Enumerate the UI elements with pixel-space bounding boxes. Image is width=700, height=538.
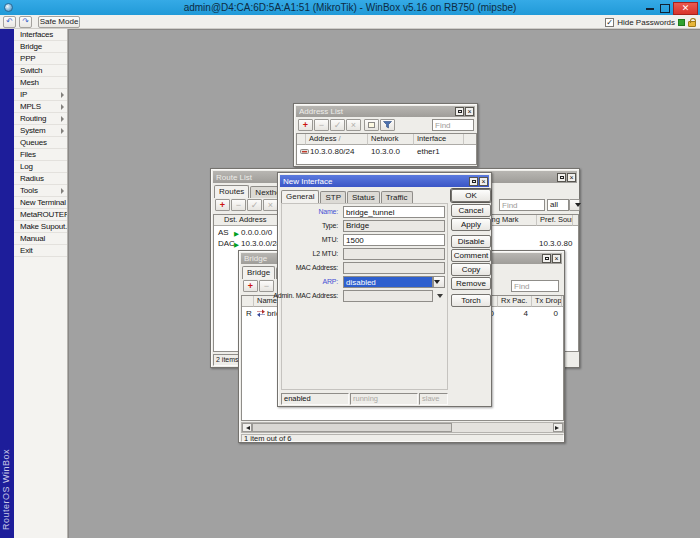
maximize-icon[interactable]: [455, 107, 464, 116]
maximize-icon[interactable]: [469, 177, 478, 186]
close-icon[interactable]: ✕: [673, 2, 698, 15]
sidebar-item-queues[interactable]: Queues: [14, 137, 67, 149]
comment-button[interactable]: [364, 119, 379, 131]
dialog-titlebar[interactable]: New Interface ×: [280, 175, 489, 187]
address-list-titlebar[interactable]: Address List ×: [296, 106, 475, 117]
sidebar-item-ip[interactable]: IP: [14, 89, 67, 101]
pref-source-column-header[interactable]: Pref. Source: [537, 215, 573, 226]
enable-button[interactable]: ✓: [247, 199, 262, 211]
network-cell: 10.3.0.0: [371, 147, 400, 157]
disable-button[interactable]: ×: [346, 119, 361, 131]
disable-button[interactable]: Disable: [451, 235, 491, 248]
horizontal-scrollbar[interactable]: [241, 422, 564, 433]
tab-bridge[interactable]: Bridge: [242, 266, 275, 279]
comment-button[interactable]: Comment: [451, 249, 491, 262]
maximize-icon[interactable]: [657, 1, 671, 14]
scroll-right-icon[interactable]: [553, 423, 563, 432]
disable-button[interactable]: ×: [263, 199, 278, 211]
close-icon[interactable]: ×: [552, 254, 561, 263]
flags-column-header[interactable]: [297, 134, 306, 145]
column-filter-button[interactable]: [464, 134, 476, 145]
arp-dropdown[interactable]: disabled: [343, 276, 433, 288]
mtu-field[interactable]: [343, 234, 445, 246]
sidebar-item-ppp[interactable]: PPP: [14, 53, 67, 65]
dropdown-combo-icon[interactable]: [569, 199, 580, 211]
find-scope-select[interactable]: all: [547, 199, 569, 211]
torch-button[interactable]: Torch: [451, 294, 491, 307]
ok-button[interactable]: OK: [451, 189, 491, 202]
tab-routes[interactable]: Routes: [214, 185, 249, 198]
safe-mode-button[interactable]: Safe Mode: [38, 16, 80, 28]
column-filter-button[interactable]: [573, 215, 579, 226]
tx-drops-column-header[interactable]: Tx Drops: [532, 296, 562, 307]
filter-icon[interactable]: [380, 119, 395, 131]
sidebar-item-make-supout[interactable]: Make Supout.rif: [14, 221, 67, 233]
maximize-icon[interactable]: [542, 254, 551, 263]
network-column-header[interactable]: Network: [368, 134, 414, 145]
sidebar-item-files[interactable]: Files: [14, 149, 67, 161]
tab-traffic[interactable]: Traffic: [381, 191, 413, 203]
address-list-title: Address List: [299, 106, 454, 117]
cancel-button[interactable]: Cancel: [451, 204, 491, 217]
interface-cell: ether1: [417, 147, 440, 157]
column-filter-button[interactable]: [562, 296, 564, 307]
main-toolbar: ↶ ↷ Safe Mode ✓ Hide Passwords: [0, 15, 700, 29]
dialog-title: New Interface: [283, 176, 468, 187]
undo-icon[interactable]: ↶: [3, 16, 16, 28]
find-input[interactable]: [499, 199, 545, 211]
scroll-left-icon[interactable]: [242, 423, 252, 432]
tab-general[interactable]: General: [281, 190, 319, 203]
main-titlebar[interactable]: admin@D4:CA:6D:5A:A1:51 (MikroTik) - Win…: [0, 0, 700, 15]
add-button[interactable]: +: [298, 119, 313, 131]
find-input[interactable]: [511, 280, 559, 292]
flags-column-header[interactable]: [242, 296, 254, 307]
close-icon[interactable]: ×: [465, 107, 474, 116]
dropdown-combo-icon[interactable]: [433, 276, 445, 288]
sidebar-item-manual[interactable]: Manual: [14, 233, 67, 245]
sidebar-item-radius[interactable]: Radius: [14, 173, 67, 185]
maximize-icon[interactable]: [557, 173, 566, 182]
close-icon[interactable]: ×: [479, 177, 488, 186]
name-field[interactable]: [343, 206, 445, 218]
rx-pac-column-header[interactable]: Rx Pac.: [498, 296, 532, 307]
sidebar-item-new-terminal[interactable]: New Terminal: [14, 197, 67, 209]
sidebar-item-interfaces[interactable]: Interfaces: [14, 29, 67, 41]
minimize-icon[interactable]: [643, 1, 657, 14]
apply-button[interactable]: Apply: [451, 218, 491, 231]
close-icon[interactable]: ×: [567, 173, 576, 182]
add-button[interactable]: +: [215, 199, 230, 211]
copy-button[interactable]: Copy: [451, 263, 491, 276]
remove-button[interactable]: −: [314, 119, 329, 131]
address-column-header[interactable]: Address /: [306, 134, 368, 145]
route-flags: DAC: [218, 239, 235, 249]
sidebar-item-exit[interactable]: Exit: [14, 245, 67, 257]
redo-icon[interactable]: ↷: [19, 16, 32, 28]
route-flag-icon: ▶: [234, 229, 239, 239]
sidebar-item-metarouter[interactable]: MetaROUTER: [14, 209, 67, 221]
sidebar-item-log[interactable]: Log: [14, 161, 67, 173]
hide-passwords-checkbox[interactable]: ✓: [605, 18, 614, 27]
remove-button[interactable]: Remove: [451, 277, 491, 290]
route-flags: AS: [218, 228, 229, 238]
sidebar-item-bridge[interactable]: Bridge: [14, 41, 67, 53]
brand-strip: RouterOS WinBox: [0, 29, 14, 538]
interface-column-header[interactable]: Interface: [414, 134, 464, 145]
scrollbar-thumb[interactable]: [252, 423, 452, 432]
remove-button[interactable]: −: [259, 280, 274, 292]
new-interface-dialog: New Interface × General STP Status Traff…: [277, 172, 492, 407]
enable-button[interactable]: ✓: [330, 119, 345, 131]
sidebar-item-mesh[interactable]: Mesh: [14, 77, 67, 89]
add-button[interactable]: +: [243, 280, 258, 292]
rx-pac-cell: 4: [498, 309, 528, 319]
admin-mac-dropdown[interactable]: [343, 290, 433, 302]
find-input[interactable]: [432, 119, 474, 131]
sidebar-item-routing[interactable]: Routing: [14, 113, 67, 125]
sidebar-item-system[interactable]: System: [14, 125, 67, 137]
sidebar-item-mpls[interactable]: MPLS: [14, 101, 67, 113]
submenu-arrow-icon: [61, 104, 64, 110]
remove-button[interactable]: −: [231, 199, 246, 211]
sidebar-item-tools[interactable]: Tools: [14, 185, 67, 197]
tab-stp[interactable]: STP: [320, 191, 346, 203]
sidebar-item-switch[interactable]: Switch: [14, 65, 67, 77]
tab-status[interactable]: Status: [347, 191, 380, 203]
